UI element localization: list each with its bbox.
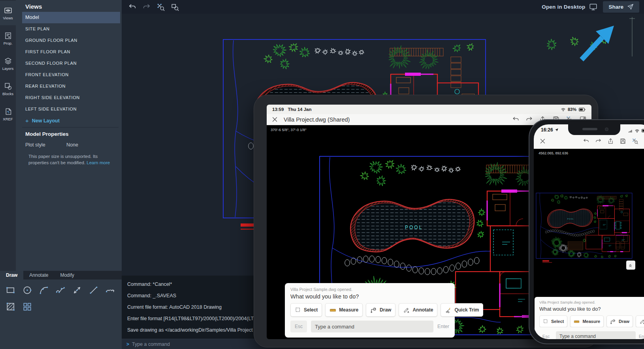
- draw-tools-row-2: [5, 301, 33, 313]
- learn-more-link[interactable]: Learn more: [87, 160, 110, 165]
- esc-button[interactable]: Esc: [290, 321, 307, 332]
- arc-tool-icon[interactable]: [38, 284, 50, 296]
- open-in-desktop-button[interactable]: Open in Desktop: [542, 3, 597, 11]
- monitor-icon: [589, 3, 597, 11]
- chevron-up-icon[interactable]: [626, 261, 635, 270]
- phone-share-up-icon[interactable]: [607, 138, 614, 144]
- annotate-icon: [403, 307, 410, 313]
- layout-item-right-side-elevation[interactable]: RIGHT SIDE ELEVATION: [22, 92, 120, 103]
- dimension-tool-icon[interactable]: [71, 284, 83, 296]
- phone-redo-icon[interactable]: [595, 138, 602, 144]
- plus-icon: +: [25, 117, 29, 124]
- views-panel-title: Views: [25, 3, 42, 10]
- blocks-icon: [4, 82, 12, 90]
- views-panel: Views Model SITE PLAN GROUND FLOOR PLAN …: [16, 0, 122, 271]
- phone-command-input[interactable]: Type a command: [556, 331, 636, 339]
- command-placeholder: Type a command: [132, 341, 170, 347]
- phone-status-right: [628, 127, 644, 134]
- phone-save-icon[interactable]: [620, 138, 626, 144]
- rail-item-layers[interactable]: Layers: [0, 51, 16, 76]
- rail-item-blocks[interactable]: Blocks: [0, 77, 16, 101]
- panel-question: What would you like to do?: [539, 306, 644, 312]
- zoom-window-button[interactable]: [171, 3, 179, 11]
- enter-button[interactable]: Enter: [437, 324, 449, 329]
- prompt-chevron-icon: >: [126, 341, 129, 347]
- xref-icon: [4, 107, 12, 116]
- phone-command-row: Esc Type a command Enter: [539, 331, 644, 339]
- redo-button[interactable]: [142, 3, 151, 11]
- autocad-web-app: Command: *Cancel* Command: _.SAVEAS Curr…: [0, 0, 644, 349]
- share-button[interactable]: Share: [603, 1, 639, 13]
- phone-screen: 16:26: [534, 124, 644, 339]
- layout-item-first-floor-plan[interactable]: FIRST FLOOR PLAN: [22, 46, 120, 58]
- tab-modify[interactable]: Modify: [54, 271, 80, 280]
- line-tool-icon[interactable]: [88, 284, 100, 296]
- hatch-tool-icon[interactable]: [5, 301, 17, 313]
- measure-icon: [574, 319, 580, 325]
- ipad-action-panel: Villa Project Sample.dwg opened. What wo…: [285, 283, 455, 338]
- rail-item-properties[interactable]: Prop.: [0, 26, 16, 51]
- measure-button[interactable]: Measure: [570, 315, 604, 327]
- new-layout-button[interactable]: + New Layout: [25, 117, 60, 124]
- layout-item-site-plan[interactable]: SITE PLAN: [22, 23, 120, 35]
- phone-undo-icon[interactable]: [583, 138, 589, 144]
- location-arrow-icon: [555, 128, 559, 132]
- layout-item-front-elevation[interactable]: FRONT ELEVATION: [22, 69, 120, 81]
- layout-item-left-side-elevation[interactable]: LEFT SIDE ELEVATION: [22, 103, 120, 115]
- draw-tools-row-1: [5, 284, 116, 296]
- layout-item-rear-elevation[interactable]: REAR ELEVATION: [22, 81, 120, 92]
- layout-item-model[interactable]: Model: [22, 12, 120, 23]
- spline-tool-icon[interactable]: [55, 284, 66, 296]
- rectangle-tool-icon[interactable]: [5, 284, 17, 296]
- plot-style-value[interactable]: None: [66, 142, 78, 148]
- phone-time: 16:26: [541, 127, 553, 133]
- quick-trim-icon: [445, 307, 452, 313]
- ipad-undo-icon[interactable]: [512, 116, 520, 123]
- undo-button[interactable]: [128, 3, 137, 11]
- revision-cloud-tool-icon[interactable]: [104, 284, 116, 296]
- top-toolbar: Open in Desktop Share: [122, 0, 644, 14]
- phone-action-panel: Villa Project Sample.dwg opened. What wo…: [535, 297, 644, 339]
- toast-message: Villa Project Sample.dwg opened.: [290, 287, 449, 292]
- left-rail: Views Prop. Layers Blocks XREF: [0, 0, 16, 271]
- phone-close-icon[interactable]: [539, 138, 546, 144]
- select-button[interactable]: Select: [539, 315, 567, 327]
- draw-button[interactable]: Draw: [606, 315, 633, 327]
- redo-icon: [142, 3, 151, 11]
- circle-tool-icon[interactable]: [21, 284, 33, 296]
- insert-block-tool-icon[interactable]: [21, 301, 33, 313]
- wifi-icon: [635, 128, 640, 133]
- phone-status-left: 16:26: [541, 127, 559, 133]
- rail-item-xref[interactable]: XREF: [0, 102, 16, 126]
- toast-message: Villa Project Sample.dwg opened.: [539, 300, 644, 304]
- zoom-object-button[interactable]: [156, 3, 165, 11]
- signal-icon: [628, 128, 633, 133]
- phone-zoom-object-icon[interactable]: [632, 138, 638, 144]
- battery-icon: [578, 106, 586, 113]
- divider: [22, 127, 119, 128]
- esc-button[interactable]: Esc: [539, 331, 553, 339]
- layout-item-ground-floor-plan[interactable]: GROUND FLOOR PLAN: [22, 35, 120, 46]
- annotate-button[interactable]: Annotate: [399, 303, 437, 317]
- close-icon[interactable]: [271, 116, 278, 123]
- tab-annotate[interactable]: Annotate: [23, 271, 54, 280]
- draw-icon: [610, 319, 616, 325]
- send-icon: [627, 4, 634, 10]
- select-button[interactable]: Select: [290, 303, 322, 317]
- blue-arrow-annotation: [582, 26, 614, 60]
- enter-button[interactable]: Enter: [639, 334, 644, 339]
- ipad-document-title: Villa Project.dwg (Shared): [284, 116, 350, 123]
- tab-draw[interactable]: Draw: [0, 271, 23, 280]
- phone-toolbar: [539, 138, 644, 144]
- ipad-date: Thu 14 Jan: [288, 107, 311, 112]
- undo-icon: [128, 3, 137, 11]
- annotate-button[interactable]: Annotate: [636, 315, 644, 327]
- ipad-redo-icon[interactable]: [525, 116, 533, 123]
- rail-item-views[interactable]: Views: [0, 1, 16, 25]
- ipad-command-input[interactable]: Type a command: [311, 321, 433, 332]
- measure-button[interactable]: Measure: [325, 303, 363, 317]
- draw-button[interactable]: Draw: [366, 303, 395, 317]
- quick-trim-button[interactable]: Quick Trim: [441, 303, 483, 317]
- layout-item-second-floor-plan[interactable]: SECOND FLOOR PLAN: [22, 58, 120, 69]
- plot-style-label: Plot style: [25, 142, 45, 148]
